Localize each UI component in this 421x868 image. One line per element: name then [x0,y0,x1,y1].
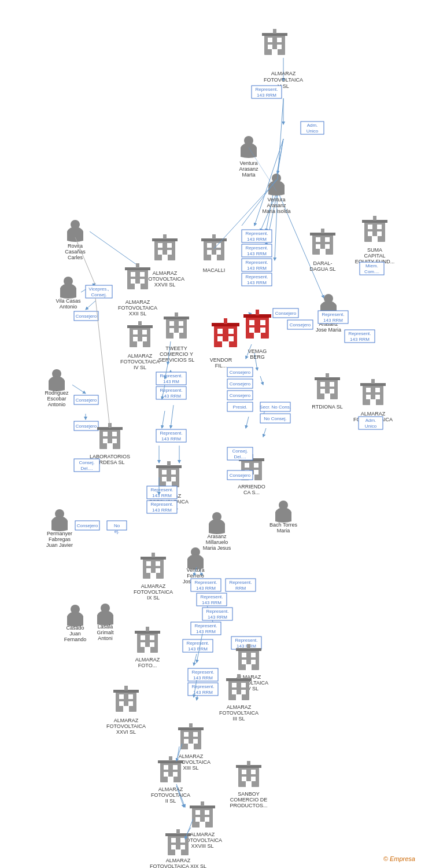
company-almaraz-xxvi[interactable] [113,686,139,712]
svg-line-15 [171,405,173,428]
svg-rect-89 [169,328,174,333]
svg-rect-95 [133,330,138,334]
label-ventura-isolda2: Arasanz [267,203,286,208]
label-macalli: MACALLI [203,267,226,273]
label-almaraz-v: ALMARAZ [271,71,296,76]
svg-rect-117 [256,310,259,315]
svg-rect-222 [242,770,246,774]
svg-line-32 [263,428,266,437]
company-almaraz-vi[interactable] [360,379,386,405]
svg-rect-136 [103,432,108,436]
rel-ix4-text: Represent. [206,609,228,614]
company-suma[interactable] [362,216,387,242]
rel-vj-text2b: 143 RRM [350,337,370,342]
svg-rect-72 [325,244,330,249]
svg-rect-212 [189,723,193,728]
rel-adm-text: Adm. [307,123,318,128]
company-daral[interactable] [310,229,335,255]
svg-rect-207 [193,732,198,737]
person-lasala[interactable] [97,604,113,626]
rel-text-5b: 143 RRM [247,280,267,285]
svg-rect-215 [173,765,178,770]
person-rovira[interactable] [67,220,83,242]
label-xiii1: ALMARAZ [179,753,204,759]
person-vila[interactable] [60,277,76,299]
svg-rect-83 [373,216,376,220]
svg-rect-168 [150,573,156,579]
svg-rect-35 [277,38,282,42]
svg-line-248 [162,411,165,428]
rel-xxv2-text2: 143 RRM [152,507,172,513]
svg-rect-241 [180,845,185,849]
svg-rect-126 [326,373,329,378]
svg-line-31 [246,417,249,428]
person-permanyer[interactable] [51,509,68,531]
rel-xxv1-text: Represent. [150,487,173,492]
company-almaraz-xxvii[interactable] [152,234,178,260]
company-almaraz-iv[interactable] [127,321,153,347]
company-almaraz-xxv[interactable] [156,461,182,487]
label-xxviii3: XXVIII SL [191,843,213,849]
company-almaraz-xxviii[interactable] [190,801,215,827]
person-rodriguez[interactable] [49,369,65,391]
company-rtdiona[interactable] [315,373,340,399]
rel-consejero2-text: Consejero [76,398,97,403]
label-xxvii3: XXVII SL [154,282,176,288]
svg-rect-174 [141,635,145,640]
company-vendor-fil[interactable] [212,318,239,347]
svg-rect-194 [236,694,242,700]
svg-rect-240 [171,845,176,849]
rel-low-b1-text: Represent. [186,641,209,646]
label-sanboy2: COMERCIO DE [230,797,268,803]
rel-text-1: Represent. [255,87,278,92]
person-ventura-marta[interactable] [241,136,257,158]
label-arriendo2: CA S... [243,490,260,495]
svg-rect-45 [158,243,163,248]
svg-rect-90 [179,328,183,333]
label-ferrero2: Ferrero [187,573,204,579]
company-almaraz-foto[interactable] [135,627,160,653]
label-sanboy1: SANBOY [238,791,260,797]
svg-rect-55 [131,279,135,284]
company-almaraz-xxii[interactable] [125,263,150,289]
rel-low-b4-text2: 143 RRM [193,690,213,695]
rel-consej-3-text: Consejero [230,393,251,398]
rel-consejero3-text: Consejero [76,424,97,429]
company-almaraz-v[interactable] [262,29,287,55]
rel-text-3b: 143 RRM [247,251,267,256]
company-almaraz-xiii[interactable] [178,723,204,749]
company-sanboy[interactable] [236,761,261,787]
rel-mid2-text2: 143 RRM [161,393,181,399]
svg-rect-217 [173,772,178,777]
person-bach-torres[interactable] [275,501,291,523]
svg-rect-223 [251,770,256,774]
svg-rect-77 [368,225,372,229]
svg-rect-132 [370,399,376,405]
person-ventura-ferrero[interactable] [187,547,204,569]
company-almaraz-xix[interactable] [165,829,191,855]
rel-ix5-text2: 143 RRM [196,629,216,634]
company-macalli[interactable] [201,234,227,260]
svg-rect-122 [320,389,325,393]
label-xxvii: ALMARAZ [153,270,178,276]
company-vemag[interactable] [243,310,271,339]
network-graph: ALMARAZ FOTOVOLTAICA V SL Represent. 143… [0,0,421,868]
company-tweety[interactable] [164,312,189,339]
svg-rect-196 [237,674,241,679]
label-vendor2: FIL... [215,363,227,369]
svg-rect-134 [371,379,375,384]
label-iii3: III SL [232,716,245,722]
company-almaraz-ix[interactable] [141,553,166,579]
svg-rect-96 [142,330,147,334]
svg-rect-99 [137,341,143,347]
person-casado[interactable] [67,605,83,627]
rel-mid1-text2: 143 RM [163,379,179,384]
label-ventura-jose3: Jose Maria [316,327,341,333]
label-bach-torres2: Maria [277,528,290,534]
person-arasanz[interactable] [209,512,225,534]
svg-rect-216 [164,772,168,777]
svg-line-29 [260,376,263,385]
rel-low-b3-text: Represent. [191,670,214,675]
svg-rect-120 [320,382,325,387]
svg-rect-165 [156,561,160,566]
